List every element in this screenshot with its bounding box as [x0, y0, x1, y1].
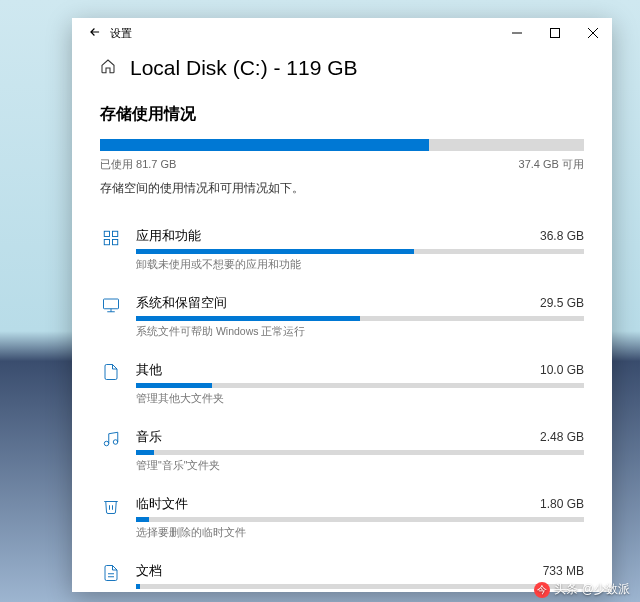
category-name: 临时文件 [136, 495, 188, 513]
watermark-source: @少数派 [582, 581, 630, 598]
category-name: 文档 [136, 562, 162, 580]
system-icon [100, 294, 122, 339]
category-bar [136, 383, 584, 388]
category-desc: 卸载未使用或不想要的应用和功能 [136, 258, 584, 272]
category-name: 系统和保留空间 [136, 294, 227, 312]
svg-rect-8 [104, 299, 119, 309]
temp-icon [100, 495, 122, 540]
total-usage-labels: 已使用 81.7 GB 37.4 GB 可用 [100, 157, 584, 172]
category-size: 1.80 GB [540, 497, 584, 511]
category-bar [136, 450, 584, 455]
category-apps[interactable]: 应用和功能36.8 GB卸载未使用或不想要的应用和功能 [100, 215, 584, 282]
category-name: 其他 [136, 361, 162, 379]
category-size: 29.5 GB [540, 296, 584, 310]
used-label: 已使用 81.7 GB [100, 157, 176, 172]
category-name: 音乐 [136, 428, 162, 446]
category-bar [136, 584, 584, 589]
other-icon [100, 361, 122, 406]
category-size: 10.0 GB [540, 363, 584, 377]
svg-rect-7 [113, 240, 118, 245]
svg-rect-1 [551, 29, 560, 38]
category-desc: 管理其他大文件夹 [136, 392, 584, 406]
svg-point-12 [113, 440, 118, 445]
category-desc: 管理"音乐"文件夹 [136, 459, 584, 473]
category-docs[interactable]: 文档733 MB管理"文档"文件夹 [100, 550, 584, 592]
total-usage-fill [100, 139, 429, 151]
category-size: 733 MB [543, 564, 584, 578]
category-bar [136, 316, 584, 321]
category-desc: 系统文件可帮助 Windows 正常运行 [136, 325, 584, 339]
category-name: 应用和功能 [136, 227, 201, 245]
window-title: 设置 [110, 26, 132, 41]
titlebar: 设置 [72, 18, 612, 48]
category-temp[interactable]: 临时文件1.80 GB选择要删除的临时文件 [100, 483, 584, 550]
category-bar [136, 249, 584, 254]
category-size: 2.48 GB [540, 430, 584, 444]
maximize-button[interactable] [536, 18, 574, 48]
page-title: Local Disk (C:) - 119 GB [130, 56, 358, 80]
usage-description: 存储空间的使用情况和可用情况如下。 [100, 180, 584, 197]
watermark: 今 头条 @少数派 [534, 581, 630, 598]
svg-rect-4 [104, 231, 109, 236]
content-scroll[interactable]: Local Disk (C:) - 119 GB 存储使用情况 已使用 81.7… [72, 48, 612, 592]
apps-icon [100, 227, 122, 272]
total-usage-bar [100, 139, 584, 151]
svg-rect-5 [113, 231, 118, 236]
close-button[interactable] [574, 18, 612, 48]
minimize-button[interactable] [498, 18, 536, 48]
category-size: 36.8 GB [540, 229, 584, 243]
watermark-prefix: 头条 [554, 581, 578, 598]
docs-icon [100, 562, 122, 592]
category-music[interactable]: 音乐2.48 GB管理"音乐"文件夹 [100, 416, 584, 483]
category-system[interactable]: 系统和保留空间29.5 GB系统文件可帮助 Windows 正常运行 [100, 282, 584, 349]
music-icon [100, 428, 122, 473]
svg-point-11 [104, 441, 109, 446]
section-title: 存储使用情况 [100, 104, 584, 125]
back-button[interactable] [80, 25, 110, 42]
category-bar [136, 517, 584, 522]
svg-rect-6 [104, 240, 109, 245]
home-icon[interactable] [100, 58, 116, 78]
free-label: 37.4 GB 可用 [519, 157, 584, 172]
category-list: 应用和功能36.8 GB卸载未使用或不想要的应用和功能系统和保留空间29.5 G… [100, 215, 584, 592]
settings-window: 设置 Local Disk (C:) - 119 GB 存储使用情况 已使用 8… [72, 18, 612, 592]
category-desc: 选择要删除的临时文件 [136, 526, 584, 540]
watermark-icon: 今 [534, 582, 550, 598]
category-other[interactable]: 其他10.0 GB管理其他大文件夹 [100, 349, 584, 416]
